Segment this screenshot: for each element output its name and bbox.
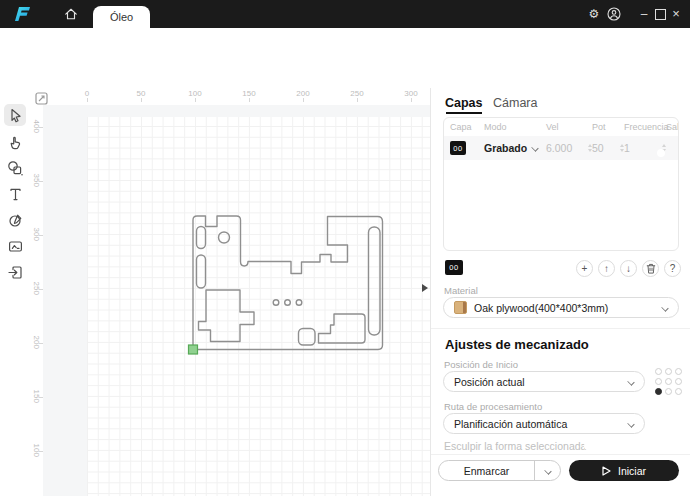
account-button[interactable]: [606, 6, 622, 22]
design-shape[interactable]: [30, 88, 430, 496]
route-label: Ruta de procesamiento: [444, 401, 542, 412]
start-position-label: Posición de Inicio: [444, 359, 518, 370]
laser-start-handle[interactable]: [189, 345, 198, 354]
shape-slot-cutout: [197, 255, 206, 288]
material-chevron-icon: [661, 304, 668, 311]
tab-layers[interactable]: Capas: [445, 96, 483, 110]
speed-input[interactable]: 6.000: [546, 142, 592, 154]
divider: [431, 328, 690, 329]
shape-slot-cutout: [197, 227, 206, 249]
text-tool[interactable]: [4, 183, 26, 205]
shape-outline: [193, 216, 383, 350]
start-button[interactable]: Iniciar: [569, 460, 679, 481]
close-button[interactable]: ×: [668, 6, 684, 22]
import-icon: [8, 265, 23, 280]
frame-button[interactable]: Enmarcar: [439, 461, 534, 480]
home-button[interactable]: [63, 6, 79, 22]
shape-hole: [273, 300, 279, 306]
anchor-bottom-left-selected[interactable]: [655, 388, 662, 395]
import-tool[interactable]: [4, 261, 26, 283]
settings-gear-icon[interactable]: ⚙: [586, 6, 602, 22]
frame-button-group: Enmarcar: [438, 460, 561, 481]
route-select[interactable]: Planificación automática: [443, 413, 645, 434]
start-position-chevron-icon: [627, 378, 634, 385]
frame-chevron-icon: [544, 467, 551, 474]
right-panel: Capas Cámara Capa Modo Vel Pot Frecuenci…: [430, 88, 690, 496]
material-value: Oak plywood(400*400*3mm): [474, 302, 608, 314]
minimize-button[interactable]: –: [636, 6, 652, 22]
text-icon: [8, 187, 23, 202]
move-layer-up-button[interactable]: ↑: [598, 260, 615, 277]
shape-tool[interactable]: [4, 157, 26, 179]
xtool-logo-icon: [11, 6, 33, 22]
shape-stair-cutout: [319, 314, 366, 343]
divider: [431, 454, 690, 455]
col-capa: Capa: [450, 122, 484, 132]
document-tab[interactable]: Óleo: [93, 6, 150, 28]
shape-slot-cutout: [369, 227, 381, 335]
layer-row[interactable]: 00 Grabado 6.000 50 1: [444, 136, 678, 160]
route-chevron-icon: [627, 420, 634, 427]
route-value: Planificación automática: [454, 418, 567, 430]
add-layer-button[interactable]: +: [576, 260, 593, 277]
shape-hole: [219, 232, 230, 243]
layer-color-chip[interactable]: 00: [450, 141, 466, 155]
trash-icon: [646, 263, 656, 274]
titlebar: Óleo ⚙ – ×: [0, 0, 690, 28]
delete-layer-button[interactable]: [642, 260, 659, 277]
move-layer-down-button[interactable]: ↓: [620, 260, 637, 277]
maximize-icon: [655, 9, 666, 20]
frame-options-button[interactable]: [534, 461, 560, 480]
file-toolbar: Procesamiento plano: placa estándar Vist…: [0, 28, 690, 59]
mode-chevron-icon: [531, 144, 538, 151]
cursor-icon: [8, 108, 23, 123]
shapes-icon: [7, 160, 23, 176]
layers-table-header: Capa Modo Vel Pot Frecuencia Salida: [444, 118, 678, 136]
select-tool[interactable]: [4, 104, 26, 126]
material-thumbnail: [454, 301, 467, 314]
hand-icon: [8, 135, 23, 150]
display-tool[interactable]: [4, 235, 26, 257]
tab-camera[interactable]: Cámara: [493, 96, 537, 110]
sculpt-label: Esculpir la forma seleccionada: [444, 440, 586, 452]
edit-toolbar: ↶ ↷ Combinar Matriz Voltear Alineación E…: [0, 58, 690, 89]
shape-hole: [296, 300, 302, 306]
start-position-select[interactable]: Posición actual: [443, 371, 645, 392]
maximize-button[interactable]: [652, 6, 668, 22]
col-pot: Pot: [592, 122, 624, 132]
canvas-area[interactable]: 0 50 100 150 200 250 300 400 350 300 250…: [30, 88, 430, 496]
shape-stair-cutout: [199, 290, 255, 342]
material-selector[interactable]: Oak plywood(400*400*3mm): [443, 297, 679, 318]
power-input[interactable]: 50: [592, 142, 624, 154]
layer-help-button[interactable]: ?: [664, 260, 681, 277]
machining-settings-title: Ajustes de mecanizado: [445, 337, 589, 352]
panel-collapse-handle[interactable]: [422, 284, 428, 292]
selected-layer-chip[interactable]: 00: [445, 260, 463, 275]
col-frecuencia: Frecuencia: [624, 122, 666, 132]
shape-square-cutout: [299, 329, 316, 346]
mode-value: Grabado: [484, 142, 527, 154]
mode-dropdown[interactable]: Grabado: [484, 142, 546, 154]
col-modo: Modo: [484, 122, 546, 132]
tab-title: Óleo: [110, 11, 133, 23]
user-icon: [607, 7, 621, 21]
layers-table: Capa Modo Vel Pot Frecuencia Salida 00 G…: [443, 117, 679, 251]
play-icon: [602, 466, 611, 476]
start-position-value: Posición actual: [454, 376, 525, 388]
start-button-label: Iniciar: [618, 465, 646, 477]
col-vel: Vel: [546, 122, 592, 132]
shape-hole: [285, 300, 291, 306]
start-anchor-grid[interactable]: [655, 368, 682, 395]
tool-rail: [0, 88, 31, 496]
material-label: Material: [444, 285, 478, 296]
pen-circle-icon: [8, 213, 23, 228]
draw-tool[interactable]: [4, 209, 26, 231]
screen-icon: [8, 239, 23, 254]
pan-tool[interactable]: [4, 131, 26, 153]
app-window: Óleo ⚙ – × Procesamiento plano: placa es…: [0, 0, 690, 496]
home-icon: [64, 7, 78, 21]
col-salida: Salida: [666, 122, 679, 132]
